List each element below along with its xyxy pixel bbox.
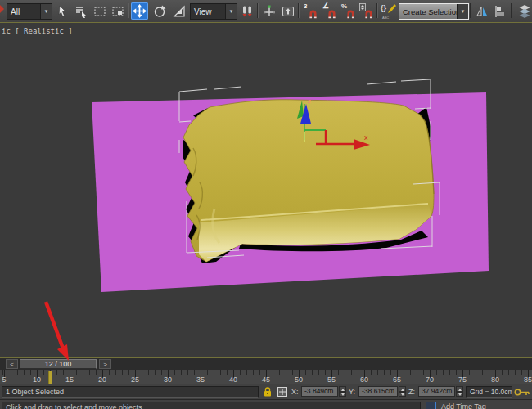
select-and-move-button[interactable] [131, 2, 148, 20]
perspective-viewport[interactable]: z x ic [ Realistic ] [0, 22, 532, 358]
ruler-label: 55 [327, 375, 336, 384]
chevron-down-icon: ▼ [40, 4, 52, 19]
window-crossing-icon [111, 5, 124, 18]
add-time-tag-label[interactable]: Add Time Tag [441, 402, 486, 409]
layer-manager-button[interactable] [514, 2, 532, 20]
time-slider-track[interactable]: < 12 / 100 > [0, 358, 532, 371]
next-frame-button[interactable]: > [99, 359, 111, 369]
braces-glyph: {} [381, 4, 386, 12]
magnet-icon [363, 8, 374, 19]
reference-coordinate-dropdown[interactable]: View ▼ [190, 3, 237, 20]
ruler-label: 75 [458, 375, 467, 384]
x-spinner[interactable] [339, 386, 346, 397]
ruler-label: 10 [33, 375, 41, 384]
window-crossing-button[interactable] [109, 2, 126, 20]
mirror-icon [476, 5, 489, 18]
select-and-manipulate-button[interactable] [260, 2, 277, 20]
cloth-object[interactable] [183, 100, 434, 262]
use-pivot-point-center-button[interactable] [238, 2, 255, 20]
scale-icon [173, 5, 186, 18]
ruler-label: 35 [196, 375, 205, 384]
pencil-icon [388, 4, 396, 13]
x-coordinate-field[interactable]: -3.849cm [301, 386, 338, 397]
keyboard-override-button[interactable] [279, 2, 296, 20]
main-toolbar: All ▼ View [0, 0, 532, 23]
gizmo-x-label: x [364, 133, 368, 142]
ruler-label: 45 [262, 375, 270, 384]
select-by-name-button[interactable] [72, 2, 89, 20]
status-selection-field: 1 Object Selected [2, 386, 259, 398]
z-coordinate-label: Z: [408, 388, 415, 396]
ruler-label: 60 [360, 375, 368, 384]
named-selection-set-dropdown[interactable]: Create Selection Se ▼ [399, 3, 469, 20]
z-coordinate-field[interactable]: 37.942cm [418, 386, 455, 397]
time-tag-icon[interactable] [426, 402, 436, 409]
align-button[interactable] [492, 2, 509, 20]
viewport-scene: z x [0, 23, 532, 357]
selection-filter-dropdown[interactable]: All ▼ [7, 3, 52, 20]
toolbar-separator [511, 3, 512, 18]
named-selection-set-value: Create Selection Se [399, 7, 457, 16]
toolbar-separator [257, 3, 259, 18]
x-coordinate-label: X: [291, 388, 299, 396]
previous-frame-label: < [10, 361, 14, 368]
toolbar-separator [470, 3, 471, 18]
next-frame-label: > [103, 361, 107, 368]
manipulate-icon [263, 5, 276, 18]
select-and-scale-button[interactable] [170, 2, 187, 20]
select-and-rotate-button[interactable] [151, 2, 168, 20]
prompt-bar: Click and drag to select and move object… [0, 400, 532, 409]
grid-size-field: Grid = 10.0cm [466, 386, 512, 398]
select-by-name-icon [74, 5, 88, 18]
key-icon[interactable] [514, 388, 530, 397]
pivot-center-icon [241, 5, 254, 18]
keyboard-override-icon [282, 5, 295, 18]
track-bar[interactable]: 510152025303540455055606570758085 [0, 370, 532, 385]
cursor-icon [56, 5, 70, 18]
edit-named-selection-sets-button[interactable]: {} ABC [380, 2, 397, 20]
layers-icon [516, 4, 532, 18]
chevron-down-icon: ▼ [457, 4, 468, 19]
ruler-label: 70 [426, 375, 434, 384]
y-coordinate-label: Y: [349, 388, 355, 396]
time-slider-value: 12 / 100 [45, 360, 72, 368]
rotate-icon [153, 5, 166, 18]
align-icon [494, 5, 507, 18]
transform-type-in-icon[interactable] [277, 386, 288, 398]
magnet-icon [308, 8, 318, 19]
snap-toggle-3d-button[interactable]: 3 [302, 2, 319, 20]
reference-coordinate-value: View [191, 7, 225, 16]
time-slider-handle[interactable]: 12 / 100 [20, 359, 97, 369]
y-spinner[interactable] [399, 386, 406, 397]
select-object-button[interactable] [54, 2, 71, 20]
dashed-rect-icon [93, 5, 106, 18]
clipped-toolbar-icon [0, 4, 5, 16]
move-icon [133, 4, 147, 18]
frame-marker[interactable] [48, 371, 52, 384]
abc-glyph: ABC [382, 16, 389, 20]
mirror-button[interactable] [473, 2, 490, 20]
angle-snap-button[interactable]: ∠ [321, 2, 338, 20]
viewport-label[interactable]: ic [ Realistic ] [2, 27, 73, 35]
spinner-snap-button[interactable] [358, 2, 375, 20]
prompt-field: Click and drag to select and move object… [2, 402, 421, 409]
magnet-icon [327, 8, 337, 19]
previous-frame-button[interactable]: < [6, 359, 18, 369]
ruler-label: 65 [393, 375, 401, 384]
toolbar-separator [376, 3, 378, 18]
ruler-label: 15 [65, 375, 74, 384]
rectangular-selection-region-button[interactable] [91, 2, 108, 20]
selection-lock-icon[interactable] [263, 386, 273, 398]
gizmo-z-label: z [308, 97, 311, 105]
selection-filter-value: All [7, 7, 40, 16]
ruler-label: 20 [98, 375, 106, 384]
ruler-label: 5 [2, 375, 6, 384]
magnet-icon [345, 8, 356, 19]
y-coordinate-field[interactable]: -38.615cm [358, 386, 398, 397]
percent-snap-button[interactable]: % [340, 2, 357, 20]
ruler-label: 40 [229, 375, 237, 384]
ruler-label: 30 [164, 375, 172, 384]
status-bar: 1 Object Selected X: -3.849cm Y: -38.615… [0, 384, 532, 400]
snap-3d-label: 3 [304, 2, 307, 10]
z-spinner[interactable] [456, 386, 463, 397]
